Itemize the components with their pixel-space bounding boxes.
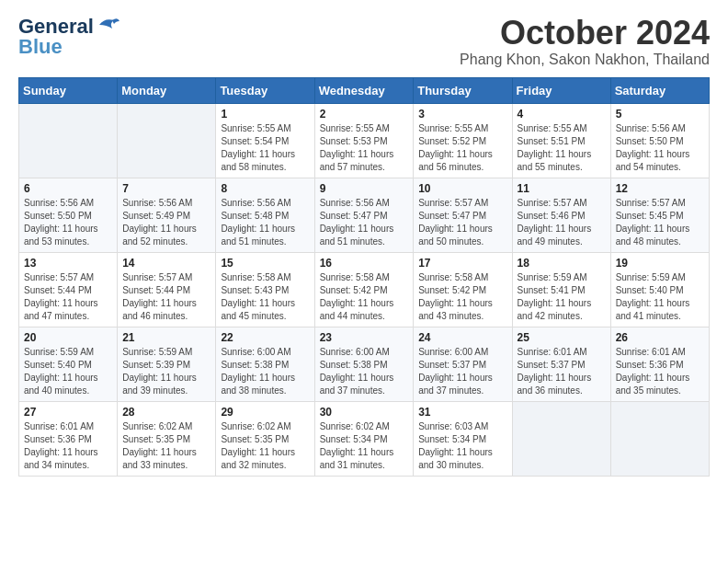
calendar-cell: 16Sunrise: 5:58 AMSunset: 5:42 PMDayligh… — [314, 252, 414, 327]
col-header-thursday: Thursday — [414, 77, 512, 103]
calendar-cell: 11Sunrise: 5:57 AMSunset: 5:46 PMDayligh… — [512, 178, 610, 252]
calendar-week-row: 1Sunrise: 5:55 AMSunset: 5:54 PMDaylight… — [19, 103, 710, 178]
calendar-cell: 3Sunrise: 5:55 AMSunset: 5:52 PMDaylight… — [414, 103, 512, 178]
calendar-week-row: 6Sunrise: 5:56 AMSunset: 5:50 PMDaylight… — [19, 178, 710, 252]
calendar-cell: 27Sunrise: 6:01 AMSunset: 5:36 PMDayligh… — [19, 401, 118, 476]
calendar-cell: 13Sunrise: 5:57 AMSunset: 5:44 PMDayligh… — [19, 252, 118, 327]
calendar-cell: 1Sunrise: 5:55 AMSunset: 5:54 PMDaylight… — [216, 103, 314, 178]
calendar-table: SundayMondayTuesdayWednesdayThursdayFrid… — [18, 77, 710, 477]
calendar-cell: 29Sunrise: 6:02 AMSunset: 5:35 PMDayligh… — [216, 401, 314, 476]
col-header-saturday: Saturday — [610, 77, 709, 103]
month-title: October 2024 — [460, 15, 710, 52]
day-info: Sunrise: 5:58 AMSunset: 5:43 PMDaylight:… — [221, 271, 309, 323]
calendar-cell — [118, 103, 216, 178]
day-number: 3 — [418, 108, 506, 121]
calendar-cell: 28Sunrise: 6:02 AMSunset: 5:35 PMDayligh… — [118, 401, 216, 476]
calendar-cell: 14Sunrise: 5:57 AMSunset: 5:44 PMDayligh… — [118, 252, 216, 327]
calendar-cell: 25Sunrise: 6:01 AMSunset: 5:37 PMDayligh… — [512, 327, 610, 401]
day-info: Sunrise: 5:56 AMSunset: 5:49 PMDaylight:… — [122, 197, 210, 248]
col-header-sunday: Sunday — [19, 77, 118, 103]
day-number: 18 — [518, 257, 606, 270]
day-info: Sunrise: 6:01 AMSunset: 5:37 PMDaylight:… — [518, 346, 606, 397]
calendar-cell: 6Sunrise: 5:56 AMSunset: 5:50 PMDaylight… — [19, 178, 118, 252]
calendar-cell: 10Sunrise: 5:57 AMSunset: 5:47 PMDayligh… — [414, 178, 512, 252]
logo: General Blue — [18, 15, 119, 59]
day-info: Sunrise: 5:57 AMSunset: 5:47 PMDaylight:… — [418, 197, 506, 248]
day-info: Sunrise: 6:02 AMSunset: 5:35 PMDaylight:… — [221, 420, 309, 472]
calendar-cell: 22Sunrise: 6:00 AMSunset: 5:38 PMDayligh… — [216, 327, 314, 401]
calendar-cell: 31Sunrise: 6:03 AMSunset: 5:34 PMDayligh… — [414, 401, 512, 476]
day-number: 19 — [616, 257, 704, 270]
day-number: 7 — [122, 182, 210, 195]
day-info: Sunrise: 5:56 AMSunset: 5:48 PMDaylight:… — [221, 197, 309, 248]
calendar-cell: 17Sunrise: 5:58 AMSunset: 5:42 PMDayligh… — [414, 252, 512, 327]
day-number: 12 — [616, 182, 704, 195]
calendar-cell: 5Sunrise: 5:56 AMSunset: 5:50 PMDaylight… — [610, 103, 709, 178]
calendar-cell — [610, 401, 709, 476]
day-info: Sunrise: 6:00 AMSunset: 5:37 PMDaylight:… — [418, 346, 506, 397]
day-number: 27 — [24, 406, 112, 419]
day-number: 21 — [122, 331, 210, 344]
calendar-cell: 26Sunrise: 6:01 AMSunset: 5:36 PMDayligh… — [610, 327, 709, 401]
day-number: 31 — [418, 406, 506, 419]
day-info: Sunrise: 6:01 AMSunset: 5:36 PMDaylight:… — [24, 420, 112, 472]
day-number: 1 — [221, 108, 309, 121]
col-header-tuesday: Tuesday — [216, 77, 314, 103]
col-header-friday: Friday — [512, 77, 610, 103]
title-block: October 2024 Phang Khon, Sakon Nakhon, T… — [460, 15, 710, 68]
day-info: Sunrise: 5:56 AMSunset: 5:50 PMDaylight:… — [616, 122, 704, 174]
day-info: Sunrise: 5:55 AMSunset: 5:53 PMDaylight:… — [320, 122, 409, 174]
day-info: Sunrise: 5:58 AMSunset: 5:42 PMDaylight:… — [320, 271, 409, 323]
day-number: 8 — [221, 182, 309, 195]
day-number: 22 — [221, 331, 309, 344]
day-number: 2 — [320, 108, 409, 121]
day-info: Sunrise: 5:57 AMSunset: 5:44 PMDaylight:… — [122, 271, 210, 323]
day-number: 10 — [418, 182, 506, 195]
calendar-cell: 21Sunrise: 5:59 AMSunset: 5:39 PMDayligh… — [118, 327, 216, 401]
calendar-cell — [19, 103, 118, 178]
calendar-cell: 24Sunrise: 6:00 AMSunset: 5:37 PMDayligh… — [414, 327, 512, 401]
day-info: Sunrise: 5:55 AMSunset: 5:52 PMDaylight:… — [418, 122, 506, 174]
calendar-week-row: 27Sunrise: 6:01 AMSunset: 5:36 PMDayligh… — [19, 401, 710, 476]
page-header: General Blue October 2024 Phang Khon, Sa… — [18, 15, 710, 68]
day-number: 14 — [122, 257, 210, 270]
day-info: Sunrise: 6:00 AMSunset: 5:38 PMDaylight:… — [221, 346, 309, 397]
calendar-cell: 19Sunrise: 5:59 AMSunset: 5:40 PMDayligh… — [610, 252, 709, 327]
calendar-week-row: 13Sunrise: 5:57 AMSunset: 5:44 PMDayligh… — [19, 252, 710, 327]
day-info: Sunrise: 6:03 AMSunset: 5:34 PMDaylight:… — [418, 420, 506, 472]
day-number: 17 — [418, 257, 506, 270]
day-info: Sunrise: 6:00 AMSunset: 5:38 PMDaylight:… — [320, 346, 409, 397]
day-info: Sunrise: 5:59 AMSunset: 5:41 PMDaylight:… — [518, 271, 606, 323]
day-info: Sunrise: 5:56 AMSunset: 5:50 PMDaylight:… — [24, 197, 112, 248]
calendar-cell: 9Sunrise: 5:56 AMSunset: 5:47 PMDaylight… — [314, 178, 414, 252]
logo-bird-icon — [96, 16, 119, 36]
day-number: 13 — [24, 257, 112, 270]
calendar-cell: 20Sunrise: 5:59 AMSunset: 5:40 PMDayligh… — [19, 327, 118, 401]
day-number: 16 — [320, 257, 409, 270]
day-info: Sunrise: 5:59 AMSunset: 5:39 PMDaylight:… — [122, 346, 210, 397]
day-info: Sunrise: 5:55 AMSunset: 5:54 PMDaylight:… — [221, 122, 309, 174]
day-info: Sunrise: 5:58 AMSunset: 5:42 PMDaylight:… — [418, 271, 506, 323]
day-number: 25 — [518, 331, 606, 344]
day-info: Sunrise: 5:57 AMSunset: 5:45 PMDaylight:… — [616, 197, 704, 248]
calendar-cell: 7Sunrise: 5:56 AMSunset: 5:49 PMDaylight… — [118, 178, 216, 252]
col-header-monday: Monday — [118, 77, 216, 103]
day-number: 23 — [320, 331, 409, 344]
day-number: 29 — [221, 406, 309, 419]
calendar-week-row: 20Sunrise: 5:59 AMSunset: 5:40 PMDayligh… — [19, 327, 710, 401]
day-number: 6 — [24, 182, 112, 195]
calendar-cell: 23Sunrise: 6:00 AMSunset: 5:38 PMDayligh… — [314, 327, 414, 401]
day-info: Sunrise: 6:01 AMSunset: 5:36 PMDaylight:… — [616, 346, 704, 397]
calendar-cell: 8Sunrise: 5:56 AMSunset: 5:48 PMDaylight… — [216, 178, 314, 252]
day-number: 24 — [418, 331, 506, 344]
day-number: 9 — [320, 182, 409, 195]
day-number: 30 — [320, 406, 409, 419]
day-number: 26 — [616, 331, 704, 344]
calendar-cell: 18Sunrise: 5:59 AMSunset: 5:41 PMDayligh… — [512, 252, 610, 327]
day-number: 4 — [518, 108, 606, 121]
calendar-cell: 12Sunrise: 5:57 AMSunset: 5:45 PMDayligh… — [610, 178, 709, 252]
day-number: 15 — [221, 257, 309, 270]
day-info: Sunrise: 5:57 AMSunset: 5:46 PMDaylight:… — [518, 197, 606, 248]
day-info: Sunrise: 5:59 AMSunset: 5:40 PMDaylight:… — [24, 346, 112, 397]
calendar-header-row: SundayMondayTuesdayWednesdayThursdayFrid… — [19, 77, 710, 103]
